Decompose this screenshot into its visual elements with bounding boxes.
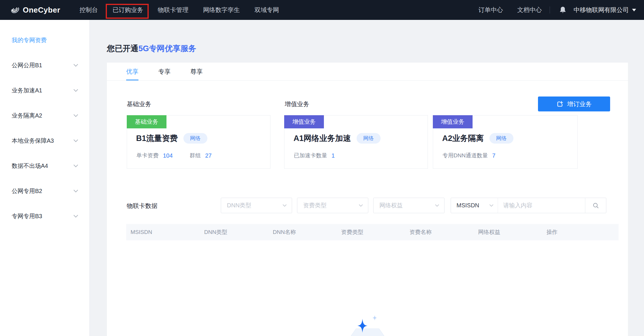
column-header-network-rights: 网络权益: [474, 228, 542, 236]
nav-item-subscribed-services-label: 已订购业务: [112, 6, 143, 13]
card-title: A1网络业务加速: [294, 133, 351, 144]
sidebar-item-local-guarantee-a3[interactable]: 本地业务保障A3: [0, 128, 89, 153]
stat-label: 群组: [190, 152, 201, 159]
navbar-divider: [550, 6, 550, 13]
sidebar-item-label: 公网公用B1: [12, 61, 42, 69]
iot-card-table-header: MSISDN DNN类型 DNN名称 资费类型 资费名称 网络权益 操作: [126, 224, 619, 240]
service-card-b1[interactable]: 基础业务 B1流量资费 网络 单卡资费104 群组27: [127, 115, 270, 169]
iot-card-data-title: 物联卡数据: [127, 202, 157, 210]
tab-zhuanxiang[interactable]: 专享: [158, 63, 171, 80]
account-company-menu[interactable]: 中移物联网有限公司: [574, 6, 636, 14]
nav-item-dual-domain-network[interactable]: 双域专网: [254, 0, 279, 20]
stat-label: 单卡资费: [136, 152, 159, 159]
dnn-type-select[interactable]: DNN类型: [221, 198, 292, 213]
notification-bell-icon[interactable]: [558, 6, 567, 14]
page-title-prefix: 您已开通: [107, 44, 138, 53]
search-button[interactable]: [585, 198, 606, 213]
chevron-down-icon: [73, 139, 78, 142]
service-tabbar: 优享 专享 尊享: [107, 63, 628, 81]
card-tag-basic: 基础业务: [127, 115, 166, 128]
card-tag-value-added: 增值业务: [433, 115, 473, 128]
chevron-down-icon: [73, 114, 78, 117]
sidebar-item-public-dedicated-b2[interactable]: 公网专用B2: [0, 178, 89, 204]
sidebar-item-private-dedicated-b3[interactable]: 专网专用B3: [0, 204, 89, 229]
top-navbar: OneCyber 控制台 已订购业务 物联卡管理 网络数字孪生 双域专网 订单中…: [0, 0, 644, 20]
column-header-dnn-type: DNN类型: [200, 228, 268, 236]
card-title: B1流量资费: [136, 133, 178, 144]
stat-value[interactable]: 104: [163, 152, 173, 159]
section-title-basic-services: 基础业务: [127, 97, 151, 111]
select-placeholder: DNN类型: [227, 201, 251, 209]
sidebar-item-label: 业务加速A1: [12, 87, 42, 94]
network-rights-select[interactable]: 网络权益: [373, 198, 445, 213]
service-card-a2[interactable]: 增值业务 A2业务隔离 网络 专用DNN通道数量7: [433, 115, 578, 169]
search-field-value: MSISDN: [456, 202, 479, 209]
sidebar-item-isolation-a2[interactable]: 业务隔离A2: [0, 103, 89, 128]
page-title-highlight: 5G专网优享服务: [138, 44, 196, 53]
tariff-type-select[interactable]: 资费类型: [297, 198, 368, 213]
stat-value[interactable]: 27: [205, 152, 211, 159]
sidebar-item-acceleration-a1[interactable]: 业务加速A1: [0, 78, 89, 103]
add-order-icon: [556, 101, 563, 108]
select-placeholder: 网络权益: [379, 201, 403, 209]
chevron-down-icon: [73, 64, 78, 67]
tab-youxiang[interactable]: 优享: [126, 63, 138, 80]
company-name: 中移物联网有限公司: [574, 6, 629, 14]
nav-link-order-center[interactable]: 订单中心: [478, 6, 503, 14]
sidebar-item-my-private-network-tariff[interactable]: 我的专网资费: [0, 27, 89, 53]
chevron-down-icon: [73, 215, 78, 218]
empty-state-illustration: [348, 315, 387, 336]
nav-item-console[interactable]: 控制台: [79, 0, 98, 20]
add-order-button[interactable]: 增订业务: [538, 97, 610, 111]
sidebar-item-data-stay-a4[interactable]: 数据不出场A4: [0, 153, 89, 178]
stat-value[interactable]: 7: [492, 152, 495, 159]
chevron-down-icon: [435, 204, 439, 207]
service-card-a1[interactable]: 增值业务 A1网络业务加速 网络 已加速卡数量1: [284, 115, 428, 169]
card-tag-value-added: 增值业务: [284, 115, 324, 128]
chevron-down-icon: [489, 204, 494, 207]
stat-label: 专用DNN通道数量: [442, 152, 488, 159]
nav-item-iot-card-management[interactable]: 物联卡管理: [158, 0, 188, 20]
stat-label: 已加速卡数量: [294, 152, 327, 159]
network-badge: 网络: [357, 133, 381, 144]
column-header-msisdn: MSISDN: [126, 229, 200, 235]
sidebar-item-label: 我的专网资费: [12, 36, 47, 44]
search-input[interactable]: [498, 198, 585, 213]
chevron-down-icon: [73, 164, 78, 167]
nav-item-network-digital-twin[interactable]: 网络数字孪生: [203, 0, 240, 20]
section-title-value-added-services: 增值业务: [285, 97, 309, 111]
sidebar-item-label: 业务隔离A2: [12, 112, 42, 120]
column-header-actions: 操作: [542, 228, 619, 236]
stat-value[interactable]: 1: [331, 152, 335, 159]
sidebar-item-label: 公网专用B2: [12, 187, 42, 195]
brand-name: OneCyber: [23, 6, 60, 15]
tab-zunxiang[interactable]: 尊享: [190, 63, 203, 80]
network-badge: 网络: [183, 133, 207, 144]
sidebar-item-label: 本地业务保障A3: [12, 137, 54, 145]
add-order-button-label: 增订业务: [567, 100, 592, 108]
service-panel: 优享 专享 尊享 基础业务 增值业务 增订业务 基础业务 B1流量资费 网络 单…: [107, 63, 628, 336]
nav-item-subscribed-services[interactable]: 已订购业务: [112, 0, 143, 20]
nav-link-doc-center[interactable]: 文档中心: [517, 6, 542, 14]
search-icon: [593, 202, 599, 209]
column-header-dnn-name: DNN名称: [268, 228, 337, 236]
column-header-tariff-type: 资费类型: [337, 228, 405, 236]
caret-down-icon: [632, 9, 636, 11]
sidebar-item-label: 数据不出场A4: [12, 162, 48, 170]
network-badge: 网络: [489, 133, 513, 144]
brand-logo[interactable]: OneCyber: [10, 4, 60, 15]
main-nav: 控制台 已订购业务 物联卡管理 网络数字孪生 双域专网: [79, 0, 279, 20]
chevron-down-icon: [73, 189, 78, 192]
sidebar-item-public-b1[interactable]: 公网公用B1: [0, 53, 89, 78]
chevron-down-icon: [73, 89, 78, 92]
select-placeholder: 资费类型: [303, 201, 327, 209]
navbar-right: 订单中心 文档中心 中移物联网有限公司: [478, 6, 636, 14]
filter-bar: DNN类型 资费类型 网络权益 MSISDN: [221, 198, 606, 213]
chevron-down-icon: [282, 204, 287, 207]
card-title: A2业务隔离: [442, 133, 484, 144]
sidebar: 我的专网资费 公网公用B1 业务加速A1 业务隔离A2 本地业务保障A3 数据不…: [0, 20, 90, 336]
search-field-select[interactable]: MSISDN: [451, 198, 498, 213]
search-group: MSISDN: [451, 198, 606, 213]
onecyber-logo-icon: [10, 4, 20, 15]
chevron-down-icon: [359, 204, 363, 207]
